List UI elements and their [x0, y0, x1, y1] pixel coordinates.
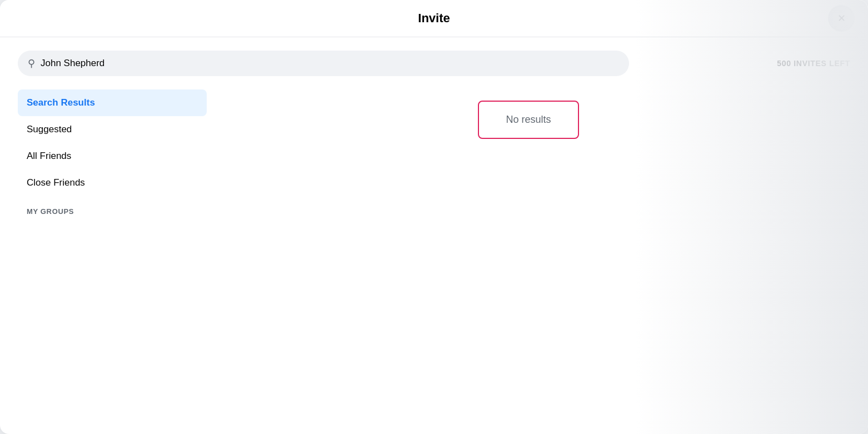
close-button[interactable]: ✕ [828, 5, 855, 32]
nav-list: Search Results Suggested All Friends Clo… [18, 89, 207, 223]
main-row: Search Results Suggested All Friends Clo… [18, 89, 850, 434]
nav-item-close-friends[interactable]: Close Friends [18, 169, 207, 196]
sidebar-nav: Search Results Suggested All Friends Clo… [18, 89, 207, 434]
modal-title: Invite [418, 11, 450, 26]
search-bar[interactable]: ⚲ [18, 51, 629, 76]
nav-section-my-groups: MY GROUPS [18, 196, 207, 223]
results-area: No results [207, 89, 850, 434]
close-icon: ✕ [837, 12, 846, 24]
invite-modal: Invite ✕ ⚲ 500 INVITES LEFT Search Resul… [0, 0, 868, 434]
nav-item-all-friends[interactable]: All Friends [18, 143, 207, 169]
search-icon: ⚲ [28, 57, 35, 69]
nav-item-suggested[interactable]: Suggested [18, 116, 207, 143]
search-input[interactable] [41, 58, 619, 69]
no-results-box: No results [478, 101, 578, 139]
modal-header: Invite ✕ [0, 0, 868, 37]
modal-body: ⚲ 500 INVITES LEFT Search Results Sugges… [0, 37, 868, 434]
invites-left-label: 500 INVITES LEFT [759, 59, 850, 68]
top-row: ⚲ 500 INVITES LEFT [18, 51, 850, 76]
nav-item-search-results[interactable]: Search Results [18, 89, 207, 116]
